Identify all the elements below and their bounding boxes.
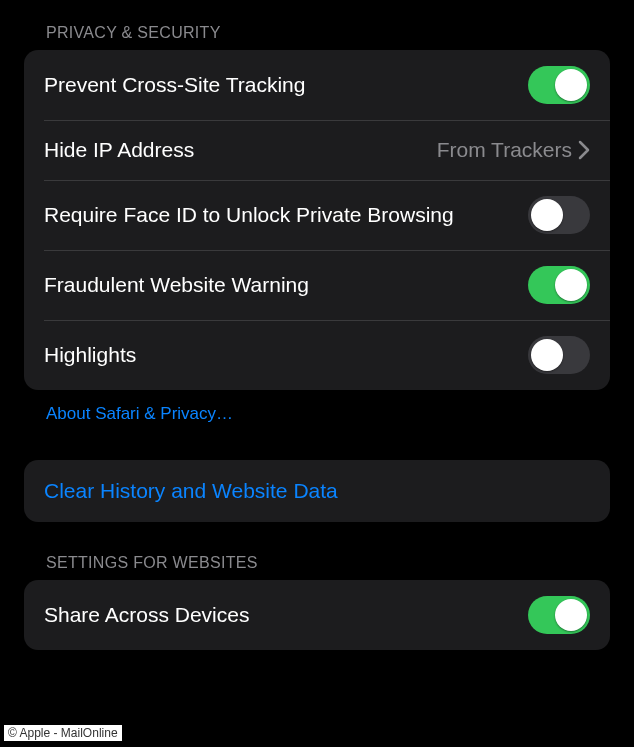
row-label: Require Face ID to Unlock Private Browsi… xyxy=(44,202,528,228)
row-prevent-cross-site-tracking[interactable]: Prevent Cross-Site Tracking xyxy=(24,50,610,120)
toggle-share-across-devices[interactable] xyxy=(528,596,590,634)
row-label: Prevent Cross-Site Tracking xyxy=(44,72,528,98)
chevron-right-icon xyxy=(578,140,590,160)
clear-history-card: Clear History and Website Data xyxy=(24,460,610,522)
row-clear-history[interactable]: Clear History and Website Data xyxy=(24,460,610,522)
privacy-card: Prevent Cross-Site Tracking Hide IP Addr… xyxy=(24,50,610,390)
row-label: Hide IP Address xyxy=(44,137,437,163)
row-fraudulent-website-warning[interactable]: Fraudulent Website Warning xyxy=(24,250,610,320)
clear-history-label: Clear History and Website Data xyxy=(44,479,338,503)
row-share-across-devices[interactable]: Share Across Devices xyxy=(24,580,610,650)
row-right: From Trackers xyxy=(437,138,590,162)
row-hide-ip-address[interactable]: Hide IP Address From Trackers xyxy=(24,120,610,180)
toggle-prevent-cross-site-tracking[interactable] xyxy=(528,66,590,104)
row-label: Share Across Devices xyxy=(44,602,528,628)
section-header-websites: Settings for Websites xyxy=(24,540,610,580)
toggle-highlights[interactable] xyxy=(528,336,590,374)
row-label: Fraudulent Website Warning xyxy=(44,272,528,298)
settings-screen: Privacy & Security Prevent Cross-Site Tr… xyxy=(0,0,634,747)
row-label: Highlights xyxy=(44,342,528,368)
row-value: From Trackers xyxy=(437,138,572,162)
image-credit: © Apple - MailOnline xyxy=(4,725,122,741)
row-require-faceid[interactable]: Require Face ID to Unlock Private Browsi… xyxy=(24,180,610,250)
section-header-privacy: Privacy & Security xyxy=(24,10,610,50)
websites-card: Share Across Devices xyxy=(24,580,610,650)
row-highlights[interactable]: Highlights xyxy=(24,320,610,390)
toggle-fraudulent-website-warning[interactable] xyxy=(528,266,590,304)
about-safari-privacy-link[interactable]: About Safari & Privacy… xyxy=(24,390,610,432)
toggle-require-faceid[interactable] xyxy=(528,196,590,234)
